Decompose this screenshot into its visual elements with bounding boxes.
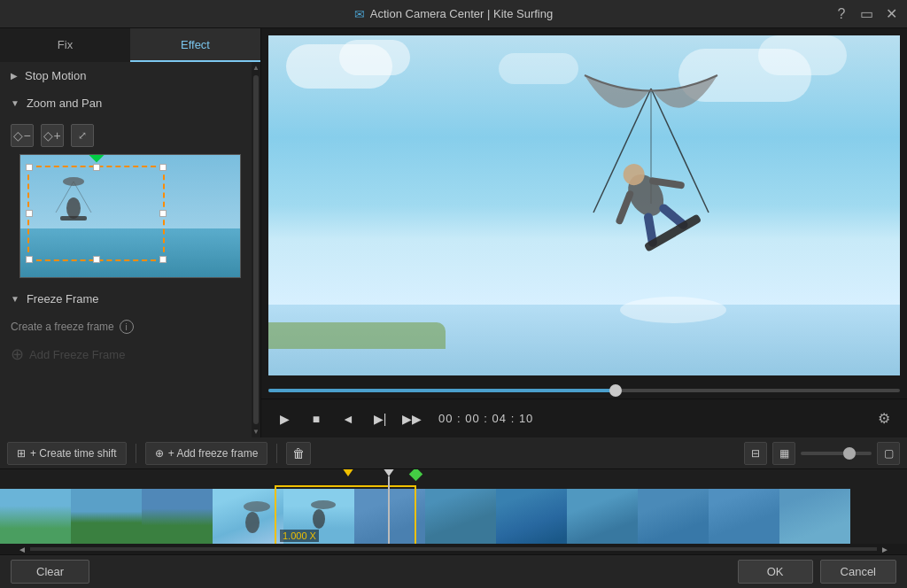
bottom-buttons: Clear OK Cancel	[0, 554, 907, 588]
svg-point-17	[245, 512, 260, 533]
titlebar: ✉ Action Camera Center | Kite Surfing ? …	[0, 0, 907, 28]
create-timeshift-label: + Create time shift	[30, 447, 117, 460]
create-timeshift-button[interactable]: ⊞ + Create time shift	[7, 442, 127, 465]
settings-button[interactable]: ⚙	[872, 406, 896, 431]
freeze-frame-label: Freeze Frame	[27, 292, 99, 306]
main-content: Fix Effect ▲ ▼ ▶ Stop Motion ▼ Zoom and …	[0, 28, 907, 437]
thumb-1[interactable]	[71, 489, 142, 544]
thumb-9[interactable]	[638, 489, 709, 544]
freeze-frame-chevron: ▼	[11, 294, 19, 304]
cancel-button[interactable]: Cancel	[820, 560, 896, 584]
help-button[interactable]: ?	[833, 7, 850, 21]
rewind-button[interactable]: ◄	[336, 406, 360, 431]
scroll-left-arrow[interactable]: ◄	[18, 545, 27, 554]
app-title: Action Camera Center | Kite Surfing	[370, 7, 553, 20]
add-freeze-label: Add Freeze Frame	[29, 348, 125, 361]
tabs-container: Fix Effect	[0, 28, 260, 62]
progress-track[interactable]	[268, 389, 900, 392]
keyframe-add-btn[interactable]: ◇+	[41, 124, 64, 147]
step-forward-button[interactable]: ▶|	[368, 406, 392, 431]
add-freeze-icon: ⊕	[11, 344, 24, 364]
thumb-11[interactable]	[779, 489, 850, 544]
svg-rect-4	[60, 216, 87, 220]
delete-button[interactable]: 🗑	[286, 442, 311, 465]
timecode: 00 : 00 : 04 : 10	[438, 412, 533, 425]
play-button[interactable]: ▶	[272, 406, 297, 431]
progress-thumb[interactable]	[609, 384, 622, 397]
timeline-toolbar: ⊞ + Create time shift ⊕ + Add freeze fra…	[0, 437, 907, 469]
progress-fill	[268, 389, 616, 392]
zoom-preview-area[interactable]	[19, 154, 241, 278]
thumb-5[interactable]	[354, 489, 425, 544]
window-controls: ? ▭ ✕	[833, 7, 900, 21]
expand-button[interactable]: ▢	[877, 442, 900, 465]
tab-effect[interactable]: Effect	[130, 28, 260, 62]
thumb-0[interactable]	[0, 489, 71, 544]
thumb-3[interactable]	[213, 489, 283, 544]
thumbnails-row	[0, 489, 907, 544]
zoom-pan-label: Zoom and Pan	[27, 97, 102, 110]
zoom-pan-controls: ◇− ◇+ ⤢	[0, 117, 260, 285]
close-button[interactable]: ✕	[882, 7, 900, 21]
fast-forward-button[interactable]: ▶▶	[399, 406, 424, 431]
svg-point-16	[244, 501, 270, 512]
scroll-right-arrow[interactable]: ►	[880, 545, 889, 554]
fit-view-button[interactable]: ⊟	[744, 442, 767, 465]
thumb-10[interactable]	[709, 489, 779, 544]
freeze-description: Create a freeze frame i	[11, 320, 250, 334]
info-icon[interactable]: i	[120, 320, 134, 334]
freeze-frame-section[interactable]: ▼ Freeze Frame	[0, 285, 260, 313]
thumb-4[interactable]	[283, 489, 354, 544]
view-mode-button[interactable]: ▦	[772, 442, 795, 465]
scroll-down-arrow[interactable]: ▼	[251, 426, 261, 437]
keyframe-expand-btn[interactable]: ⤢	[71, 124, 94, 147]
thumb-6[interactable]	[425, 489, 496, 544]
tab-fix[interactable]: Fix	[0, 28, 130, 62]
stop-motion-label: Stop Motion	[25, 69, 86, 82]
add-freeze-frame-button[interactable]: ⊕ + Add freeze frame	[145, 442, 268, 465]
panel-content: ▶ Stop Motion ▼ Zoom and Pan ◇− ◇+ ⤢	[0, 62, 260, 437]
app-icon: ✉	[354, 7, 365, 21]
thumb-8[interactable]	[567, 489, 638, 544]
main-surfer-graphic	[478, 62, 833, 345]
scroll-track[interactable]	[30, 547, 877, 551]
speed-start-marker	[342, 469, 354, 476]
zoom-preview-bg	[20, 155, 240, 277]
keyframe-buttons: ◇− ◇+ ⤢	[11, 124, 250, 147]
add-freeze-button[interactable]: ⊕ Add Freeze Frame	[11, 341, 250, 368]
timeline-right-controls: ⊟ ▦ ▢	[744, 442, 900, 465]
minimize-button[interactable]: ▭	[857, 7, 875, 21]
svg-point-2	[63, 177, 84, 186]
panel-scrollbar[interactable]: ▲ ▼	[252, 62, 260, 437]
svg-point-18	[311, 500, 336, 509]
stop-motion-section[interactable]: ▶ Stop Motion	[0, 62, 260, 89]
timeline-strip[interactable]: 1.000 X	[0, 469, 907, 544]
toolbar-separator-2	[276, 444, 277, 463]
timeline-zoom-thumb[interactable]	[843, 447, 856, 460]
svg-point-15	[620, 297, 726, 323]
bottom-area: ⊞ + Create time shift ⊕ + Add freeze fra…	[0, 437, 907, 588]
keyframe-remove-btn[interactable]: ◇−	[11, 124, 34, 147]
svg-point-3	[66, 197, 81, 219]
freeze-create-label: Create a freeze frame	[11, 321, 114, 333]
video-frame	[268, 35, 900, 375]
thumb-7[interactable]	[496, 489, 567, 544]
thumb-2[interactable]	[142, 489, 213, 544]
progress-bar[interactable]	[261, 383, 907, 398]
controls-bar: ▶ ■ ◄ ▶| ▶▶ 00 : 00 : 04 : 10 ⚙	[261, 398, 907, 437]
clear-button[interactable]: Clear	[11, 560, 89, 584]
playhead-container	[0, 469, 907, 487]
timeline-scrollbar: ◄ ►	[0, 544, 907, 554]
ok-button[interactable]: OK	[738, 560, 813, 584]
zoom-pan-section[interactable]: ▼ Zoom and Pan	[0, 89, 260, 117]
stop-button[interactable]: ■	[304, 406, 329, 431]
toolbar-separator	[136, 444, 136, 463]
scroll-thumb[interactable]	[253, 75, 259, 424]
freeze-frame-content: Create a freeze frame i ⊕ Add Freeze Fra…	[0, 313, 260, 375]
video-preview	[268, 35, 900, 375]
left-panel: Fix Effect ▲ ▼ ▶ Stop Motion ▼ Zoom and …	[0, 28, 261, 437]
stop-motion-chevron: ▶	[11, 71, 18, 81]
add-freeze-icon: ⊕	[155, 447, 164, 460]
scroll-up-arrow[interactable]: ▲	[251, 62, 261, 74]
timeline-zoom-slider[interactable]	[801, 452, 872, 455]
